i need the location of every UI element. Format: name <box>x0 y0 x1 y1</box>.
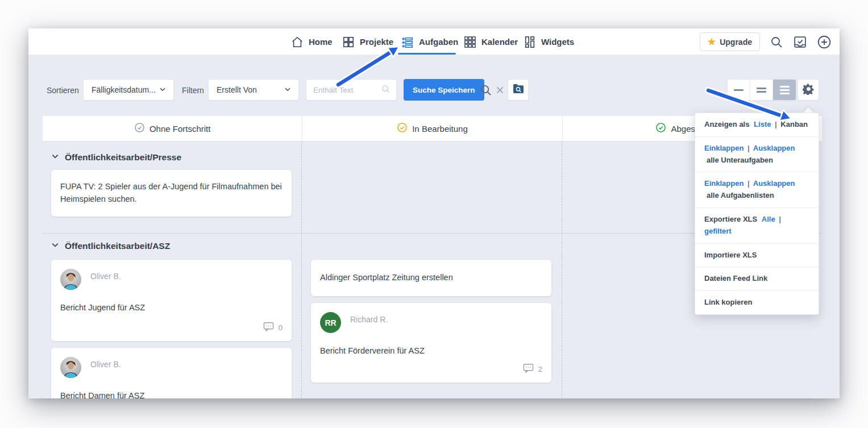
column-label: In Bearbeitung <box>412 124 468 134</box>
card-title: Bericht Damen für ASZ <box>60 389 283 398</box>
view-as-kanban-label[interactable]: Kanban <box>780 120 808 128</box>
kanban-card[interactable]: Oliver B. Bericht Jugend für ASZ 0 <box>51 260 292 341</box>
tab-label: Projekte <box>360 37 393 47</box>
assignee-avatar-initials: RR <box>320 312 341 333</box>
separator: | <box>746 179 751 188</box>
app-window: Home Projekte Aufgaben Kalender <box>28 28 840 398</box>
kanban-card[interactable]: Aldinger Sportplatz Zeitung erstellen <box>311 260 551 296</box>
chevron-down-icon <box>284 85 292 95</box>
screenshot-stage: Home Projekte Aufgaben Kalender <box>0 0 868 428</box>
kanban-card[interactable]: Oliver B. Bericht Damen für ASZ <box>51 348 292 398</box>
column-header-ohne-fortschritt[interactable]: Ohne Fortschritt <box>43 116 302 141</box>
comment-count: 2 <box>538 365 542 373</box>
view-as-liste-link[interactable]: Liste <box>754 120 771 128</box>
kanban-card[interactable]: FUPA TV: 2 Spieler aus der A-Jugend für … <box>51 170 292 217</box>
sort-select-value: Fälligkeitsdatum... <box>92 85 156 94</box>
row-height-medium-button[interactable] <box>750 80 773 100</box>
menu-item-files-feed-link[interactable]: Dateien Feed Link <box>695 267 819 291</box>
assignee-avatar-photo <box>60 357 81 378</box>
tab-label: Kalender <box>481 37 518 47</box>
double-bar-icon <box>757 88 766 93</box>
topbar-actions: ★ Upgrade <box>700 28 832 55</box>
export-filtered-link[interactable]: gefiltert <box>704 227 732 235</box>
chevron-down-icon <box>51 152 59 163</box>
widgets-icon <box>524 36 536 48</box>
filter-select[interactable]: Erstellt Von <box>208 79 299 101</box>
separator: | <box>773 120 779 128</box>
save-search-button[interactable]: Suche Speichern <box>404 79 484 101</box>
triple-bar-icon <box>780 86 790 94</box>
tasklists-suffix: alle Aufgabenlisten <box>707 191 774 200</box>
saved-searches-button[interactable] <box>508 79 529 101</box>
collapse-subtasks-link[interactable]: Einklappen <box>704 144 744 152</box>
active-tab-underline <box>398 53 456 55</box>
filter-label: Filtern <box>182 86 204 95</box>
collapse-tasklists-link[interactable]: Einklappen <box>704 179 744 188</box>
settings-dropdown-menu: Anzeigen als Liste | Kanban Einklappen |… <box>695 113 819 315</box>
search-input[interactable] <box>313 86 381 94</box>
column-divider <box>301 142 302 398</box>
settings-gear-button[interactable] <box>798 79 819 101</box>
tab-aufgaben[interactable]: Aufgaben <box>401 28 458 55</box>
comment-count: 0 <box>278 323 283 332</box>
card-title: Bericht Förderverein für ASZ <box>320 344 542 357</box>
search-icon[interactable] <box>770 35 783 49</box>
sort-label: Sortieren <box>47 86 79 95</box>
comment-bubble-icon <box>523 363 534 375</box>
tab-label: Widgets <box>541 37 574 47</box>
tab-home[interactable]: Home <box>291 28 333 55</box>
comment-indicator[interactable]: 2 <box>523 363 542 375</box>
column-label: Ohne Fortschritt <box>149 124 211 134</box>
status-circle-check-icon <box>397 122 408 135</box>
column-divider <box>562 142 562 398</box>
chevron-down-icon <box>51 241 59 251</box>
search-input-icon <box>381 84 391 96</box>
chevron-down-icon <box>159 85 167 95</box>
swimlane-title: Öffentlichkeitsarbeit/ASZ <box>65 241 170 251</box>
swimlane-header-asz[interactable]: Öffentlichkeitsarbeit/ASZ <box>51 241 170 251</box>
separator: | <box>777 215 783 223</box>
notifications-check-icon[interactable] <box>793 35 807 49</box>
expand-subtasks-link[interactable]: Ausklappen <box>753 144 795 152</box>
comment-bubble-icon <box>263 322 274 333</box>
comment-indicator[interactable]: 0 <box>263 322 283 333</box>
export-all-link[interactable]: Alle <box>762 215 775 223</box>
swimlane-header-presse[interactable]: Öffentlichkeitsarbeit/Presse <box>51 152 181 163</box>
filter-select-value: Erstellt Von <box>217 85 257 94</box>
view-as-label: Anzeigen als <box>704 120 749 128</box>
assignee-avatar-photo <box>60 269 81 290</box>
assignee-name: Oliver B. <box>90 269 121 281</box>
sort-select[interactable]: Fälligkeitsdatum... <box>83 79 174 101</box>
assignee-name: Richard R. <box>350 312 388 324</box>
contains-text-searchbox <box>306 79 397 101</box>
card-title: FUPA TV: 2 Spieler aus der A-Jugend für … <box>60 180 283 206</box>
tab-kalender[interactable]: Kalender <box>464 28 518 55</box>
export-xls-label: Exportiere XLS <box>704 215 757 223</box>
grid-2x2-icon <box>342 36 355 48</box>
folder-search-icon <box>513 84 524 96</box>
swimlane-title: Öffentlichkeitsarbeit/Presse <box>65 152 181 163</box>
column-header-in-bearbeitung[interactable]: In Bearbeitung <box>302 116 562 141</box>
tab-widgets[interactable]: Widgets <box>524 28 574 55</box>
menu-item-import-xls[interactable]: Importiere XLS <box>695 244 819 268</box>
gear-icon <box>803 83 815 97</box>
status-circle-check-icon <box>134 122 145 135</box>
task-list-icon <box>401 36 414 48</box>
row-height-large-button[interactable] <box>773 80 796 100</box>
menu-item-subtasks: Einklappen | Ausklappen alle Unteraufgab… <box>695 137 819 173</box>
clear-search-icon[interactable] <box>495 85 505 97</box>
add-plus-icon[interactable] <box>817 35 832 49</box>
run-search-icon[interactable] <box>479 84 492 99</box>
expand-tasklists-link[interactable]: Ausklappen <box>753 179 795 188</box>
upgrade-button[interactable]: ★ Upgrade <box>700 32 760 51</box>
menu-item-copy-link[interactable]: Link kopieren <box>695 291 819 314</box>
tab-projekte[interactable]: Projekte <box>342 28 393 55</box>
menu-item-export-xls: Exportiere XLS Alle | gefiltert <box>695 208 819 244</box>
upgrade-label: Upgrade <box>720 38 752 47</box>
status-circle-check-icon <box>655 122 666 135</box>
home-icon <box>291 36 304 48</box>
row-height-small-button[interactable] <box>728 80 750 100</box>
card-title: Aldinger Sportplatz Zeitung erstellen <box>320 271 542 284</box>
grid-3x3-icon <box>464 36 476 48</box>
kanban-card[interactable]: RR Richard R. Bericht Förderverein für A… <box>311 303 551 383</box>
